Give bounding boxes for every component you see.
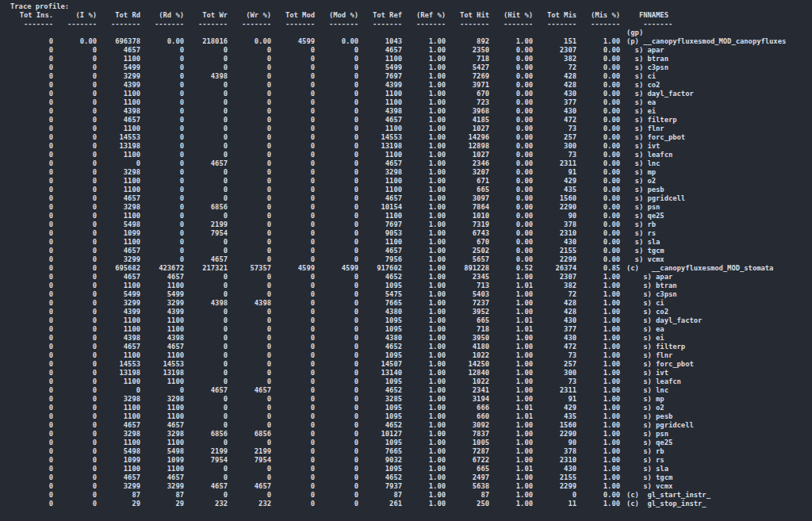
table-row: 001319800000131981.00128980.003000.00 s)… (6, 142, 806, 151)
cell-tot-ins: 0 (6, 439, 53, 447)
cell-tot-wr: 0 (184, 404, 228, 412)
cell-tot-ref: 9032 (358, 456, 402, 465)
cell-tot-mod: 0 (271, 220, 315, 229)
cell-tot-wr: 4657 (184, 159, 228, 168)
cell-tot-mod: 0 (271, 386, 315, 395)
column-dashes-tot-ref: ------- (358, 20, 402, 29)
cell-hit-pct: 0.52 (489, 264, 533, 273)
cell-tot-wr: 218016 (184, 37, 228, 46)
cell-mis-pct: 0.00 (576, 186, 620, 194)
cell-mis-pct: 0.00 (576, 194, 620, 203)
cell-ref-pct: 1.00 (402, 177, 446, 186)
cell-mod-pct: 0 (315, 107, 358, 116)
cell-mis-pct: 1.00 (576, 325, 620, 334)
cell-wr-pct: 0 (228, 63, 271, 72)
cell-tot-rd: 3298 (97, 168, 140, 177)
cell-tot-wr: 0 (184, 282, 228, 290)
table-row: 00.006963780.002180160.0045990.0010431.0… (6, 37, 806, 46)
cell-tot-ref: 1095 (358, 439, 402, 447)
cell-wr-pct: 0 (228, 369, 271, 377)
cell-hit-pct: 0.00 (489, 194, 533, 203)
cell-tot-rd: 1099 (97, 456, 140, 465)
cell-rd-pct: 1100 (140, 439, 184, 447)
cell-tot-mis: 2299 (533, 482, 576, 491)
cell-wr-pct: 0 (228, 334, 271, 343)
cell-rd-pct: 5499 (140, 290, 184, 299)
cell-tot-rd: 29 (97, 500, 140, 508)
column-header-tot-wr: Tot Wr (184, 11, 228, 20)
cell-tot-ref: 4652 (358, 386, 402, 395)
table-row: 0011001100000010951.006651.014301.00 s) … (6, 316, 806, 325)
cell-tot-ins: 0 (6, 116, 53, 125)
cell-tot-mis: 257 (533, 133, 576, 142)
cell-hit-pct: 0.00 (489, 133, 533, 142)
cell-tot-mis (533, 29, 576, 37)
cell-wr-pct: 0 (228, 308, 271, 316)
cell-i-pct: 0 (53, 55, 97, 63)
cell-i-pct: 0 (53, 203, 97, 212)
cell-fnnames: s) leafcn (620, 377, 806, 386)
cell-tot-mis: 73 (533, 377, 576, 386)
column-dashes-mod-pct: ------- (315, 20, 358, 29)
cell-tot-ref: 1095 (358, 465, 402, 473)
cell-fnnames: s) dayl_factor (620, 316, 806, 325)
cell-rd-pct: 1100 (140, 465, 184, 473)
cell-tot-mod: 0 (271, 72, 315, 81)
cell-hit-pct: 1.01 (489, 316, 533, 325)
cell-mod-pct: 0 (315, 238, 358, 247)
cell-tot-ref: 1100 (358, 151, 402, 159)
cell-ref-pct: 1.00 (402, 273, 446, 282)
cell-rd-pct: 0 (140, 203, 184, 212)
cell-tot-ins: 0 (6, 360, 53, 369)
cell-mod-pct: 4599 (315, 264, 358, 273)
cell-tot-mod: 4599 (271, 37, 315, 46)
cell-hit-pct: 1.00 (489, 308, 533, 316)
table-row: 0043994399000043801.0039521.004281.00 s)… (6, 308, 806, 316)
cell-fnnames: s) ea (620, 325, 806, 334)
table-row: 0069568242367221732157357459945999176021… (6, 264, 806, 273)
cell-hit-pct: 0.00 (489, 116, 533, 125)
cell-hit-pct: 1.00 (489, 273, 533, 282)
table-row: 0011001100000010951.007131.013821.00 s) … (6, 282, 806, 290)
cell-tot-mod: 0 (271, 377, 315, 386)
cell-tot-hit: 2350 (446, 46, 489, 55)
cell-mod-pct: 0 (315, 430, 358, 439)
cell-tot-mis: 428 (533, 72, 576, 81)
cell-tot-mis: 430 (533, 465, 576, 473)
table-row: 0011000000011001.0010270.00730.00 s) fln… (6, 125, 806, 133)
cell-tot-rd: 1100 (97, 238, 140, 247)
cell-tot-wr: 0 (184, 107, 228, 116)
cell-tot-hit: 665 (446, 465, 489, 473)
cell-fnnames: s) ci (620, 299, 806, 308)
cell-mod-pct: 0 (315, 308, 358, 316)
cell-tot-mis: 435 (533, 412, 576, 421)
cell-wr-pct: 0 (228, 168, 271, 177)
cell-tot-ins: 0 (6, 308, 53, 316)
cell-fnnames: s) c3psn (620, 290, 806, 299)
cell-tot-rd: 1100 (97, 212, 140, 220)
cell-i-pct: 0 (53, 46, 97, 55)
cell-fnnames: s) lnc (620, 386, 806, 395)
cell-tot-hit: 5657 (446, 255, 489, 264)
cell-ref-pct: 1.00 (402, 395, 446, 404)
cell-mod-pct: 0 (315, 447, 358, 456)
column-dashes-tot-hit: ------- (446, 20, 489, 29)
cell-i-pct: 0 (53, 194, 97, 203)
cell-i-pct: 0 (53, 447, 97, 456)
cell-hit-pct: 0.00 (489, 81, 533, 90)
cell-ref-pct: 1.00 (402, 430, 446, 439)
cell-tot-hit: 1027 (446, 125, 489, 133)
cell-ref-pct: 1.00 (402, 98, 446, 107)
cell-tot-hit: 718 (446, 325, 489, 334)
cell-rd-pct: 0.00 (140, 37, 184, 46)
cell-mis-pct: 1.00 (576, 282, 620, 290)
cell-tot-ins: 0 (6, 491, 53, 500)
cell-mis-pct: 1.00 (576, 290, 620, 299)
cell-tot-wr: 4398 (184, 299, 228, 308)
cell-tot-mod: 0 (271, 343, 315, 351)
cell-tot-mis: 430 (533, 90, 576, 98)
cell-tot-mod: 0 (271, 98, 315, 107)
cell-ref-pct: 1.00 (402, 37, 446, 46)
cell-tot-mis: 472 (533, 116, 576, 125)
cell-mod-pct: 0 (315, 404, 358, 412)
